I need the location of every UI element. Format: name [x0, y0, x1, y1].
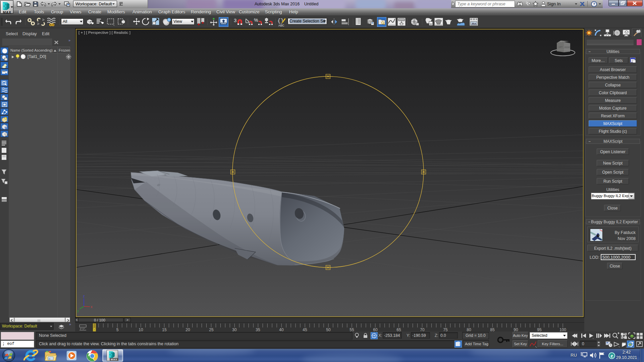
svg-text:ABC: ABC	[278, 24, 284, 27]
svg-text:e: e	[610, 353, 613, 359]
svg-text:FRONT: FRONT	[565, 46, 570, 48]
svg-text:x: x	[91, 305, 93, 309]
svg-text:3: 3	[234, 17, 236, 23]
svg-text:z: z	[83, 294, 85, 298]
svg-text:[ + ] [ Perspective ] [ Realis: [ + ] [ Perspective ] [ Realistic ]	[78, 31, 130, 35]
svg-text:LEFT: LEFT	[558, 46, 562, 48]
svg-text:?: ?	[593, 2, 595, 6]
svg-text:y: y	[77, 309, 79, 313]
svg-text:%: %	[254, 17, 258, 23]
